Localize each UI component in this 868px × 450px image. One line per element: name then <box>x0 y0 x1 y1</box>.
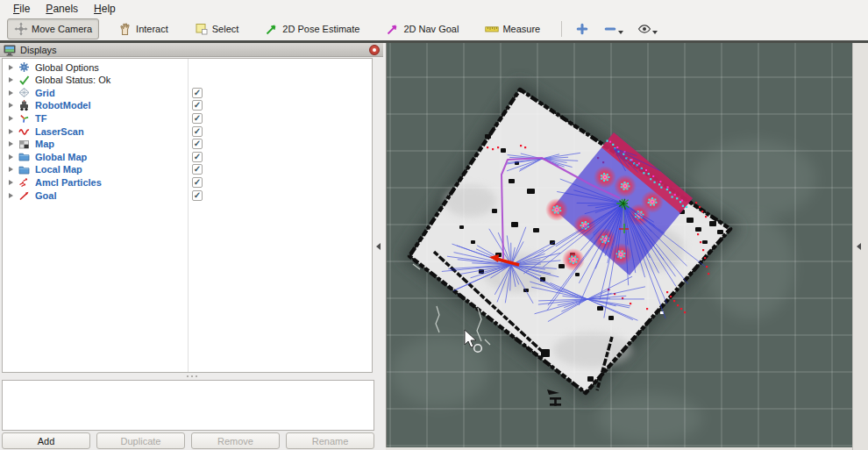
expander-triangle-icon[interactable] <box>9 116 13 121</box>
expander-triangle-icon[interactable] <box>9 65 13 70</box>
tree-row-map[interactable]: Map✓ <box>3 138 372 151</box>
description-panel <box>2 380 374 431</box>
laser-icon <box>18 125 30 137</box>
tree-row-global-options[interactable]: Global Options <box>3 61 372 74</box>
toolbar-divider <box>561 21 562 37</box>
menu-item-file[interactable]: File <box>5 1 38 17</box>
tree-row-global-map[interactable]: Global Map✓ <box>3 150 372 163</box>
tool-select[interactable]: Select <box>188 18 246 39</box>
tree-row-laserscan[interactable]: LaserScan✓ <box>3 125 372 138</box>
tool-label: 2D Pose Estimate <box>282 24 359 34</box>
tool-interact[interactable]: Interact <box>111 18 175 39</box>
add-tool-button[interactable] <box>571 20 594 38</box>
duplicate-button[interactable]: Duplicate <box>96 432 185 449</box>
tree-row-label: Grid <box>35 88 55 98</box>
tool-move-camera[interactable]: Move Camera <box>7 18 99 39</box>
menu-label: anels <box>53 3 78 15</box>
enabled-checkbox[interactable]: ✓ <box>192 152 203 162</box>
expander-triangle-icon[interactable] <box>9 90 13 96</box>
select-box-icon <box>195 22 209 36</box>
expander-triangle-icon[interactable] <box>9 141 13 146</box>
enabled-checkbox[interactable]: ✓ <box>192 113 203 124</box>
particles-icon <box>18 176 30 188</box>
tree-row-goal[interactable]: Goal✓ <box>3 189 372 202</box>
enabled-checkbox[interactable]: ✓ <box>192 164 203 175</box>
enabled-checkbox[interactable]: ✓ <box>192 100 203 111</box>
tree-row-label: TF <box>35 113 46 124</box>
tool-label: Interact <box>136 24 168 34</box>
close-panel-button[interactable] <box>369 45 380 55</box>
tree-row-grid[interactable]: Grid✓ <box>3 86 372 99</box>
panel-collapse-arrow-left[interactable] <box>376 243 381 250</box>
expander-triangle-icon[interactable] <box>9 167 13 172</box>
tool-2d-pose-estimate[interactable]: 2D Pose Estimate <box>258 18 366 39</box>
enabled-checkbox[interactable]: ✓ <box>192 88 203 98</box>
goal-icon <box>18 189 30 201</box>
eye-icon <box>637 22 651 36</box>
green-arrow-icon <box>265 22 279 36</box>
tree-row-local-map[interactable]: Local Map✓ <box>3 163 372 176</box>
enabled-checkbox[interactable]: ✓ <box>192 177 203 188</box>
toolbar: Move CameraInteractSelect2D Pose Estimat… <box>0 17 868 40</box>
expander-triangle-icon[interactable] <box>9 180 13 185</box>
expander-triangle-icon[interactable] <box>9 129 13 134</box>
mapicon-icon <box>18 139 30 150</box>
expander-triangle-icon[interactable] <box>9 103 13 108</box>
displays-panel-icon <box>4 45 16 55</box>
magenta-arrow-icon <box>386 22 400 36</box>
displays-button-row: AddDuplicateRemoveRename <box>2 432 374 449</box>
tree-row-label: Global Map <box>35 152 87 162</box>
minus-icon <box>603 22 617 36</box>
remove-button[interactable]: Remove <box>191 432 280 449</box>
displays-tree[interactable]: Global OptionsGlobal Status: OkGrid✓Robo… <box>2 58 373 373</box>
plus-icon <box>575 22 589 36</box>
remove-tool-button[interactable] <box>599 20 628 38</box>
folder-icon <box>18 151 30 162</box>
tf-icon <box>18 112 30 124</box>
panel-title: Displays <box>20 45 369 55</box>
enabled-checkbox[interactable]: ✓ <box>192 190 203 201</box>
menu-item-panels[interactable]: Panels <box>38 1 86 17</box>
expander-triangle-icon[interactable] <box>9 154 13 160</box>
rename-button[interactable]: Rename <box>286 432 374 449</box>
menu-label: elp <box>102 3 116 15</box>
tree-row-label: Map <box>35 139 54 149</box>
enabled-checkbox[interactable]: ✓ <box>192 126 203 137</box>
tree-row-label: Global Options <box>35 62 99 73</box>
3d-viewport[interactable] <box>386 43 852 447</box>
interact-hand-icon <box>118 22 132 36</box>
tool-label: Select <box>212 24 239 34</box>
panel-collapse-arrow-right[interactable] <box>857 243 861 250</box>
displays-panel-header[interactable]: Displays <box>0 43 383 57</box>
tool-2d-nav-goal[interactable]: 2D Nav Goal <box>379 18 466 39</box>
tree-row-global-status-ok[interactable]: Global Status: Ok <box>3 74 372 87</box>
tree-row-label: LaserScan <box>35 126 84 137</box>
tool-label: Measure <box>502 24 540 34</box>
tool-label: Move Camera <box>32 24 92 34</box>
tool-label: 2D Nav Goal <box>403 24 459 34</box>
tree-row-amcl-particles[interactable]: Amcl Particles✓ <box>3 175 372 189</box>
menu-accel: H <box>94 3 102 15</box>
menu-bar: FilePanelsHelp <box>0 0 868 17</box>
render-scene <box>387 43 853 447</box>
tree-row-robotmodel[interactable]: RobotModel✓ <box>3 99 372 112</box>
robot-icon <box>18 100 30 111</box>
tree-row-tf[interactable]: TF✓ <box>3 111 372 125</box>
enabled-checkbox[interactable]: ✓ <box>192 139 203 149</box>
dropdown-caret-icon <box>618 31 623 34</box>
tree-row-label: RobotModel <box>35 100 91 111</box>
tool-visibility-button[interactable] <box>633 20 662 38</box>
tool-measure[interactable]: Measure <box>478 18 547 39</box>
tree-splitter-handle[interactable] <box>0 373 383 380</box>
expander-triangle-icon[interactable] <box>9 77 13 82</box>
expander-triangle-icon[interactable] <box>9 193 13 198</box>
check-icon <box>18 75 30 86</box>
menu-item-help[interactable]: Help <box>86 1 124 17</box>
add-button[interactable]: Add <box>2 432 90 449</box>
tree-row-label: Goal <box>35 190 56 201</box>
dropdown-caret-icon <box>652 31 658 34</box>
move-camera-icon <box>14 22 28 36</box>
tree-row-label: Local Map <box>35 164 82 175</box>
tree-row-label: Global Status: Ok <box>35 75 110 85</box>
folder-icon <box>18 164 30 175</box>
